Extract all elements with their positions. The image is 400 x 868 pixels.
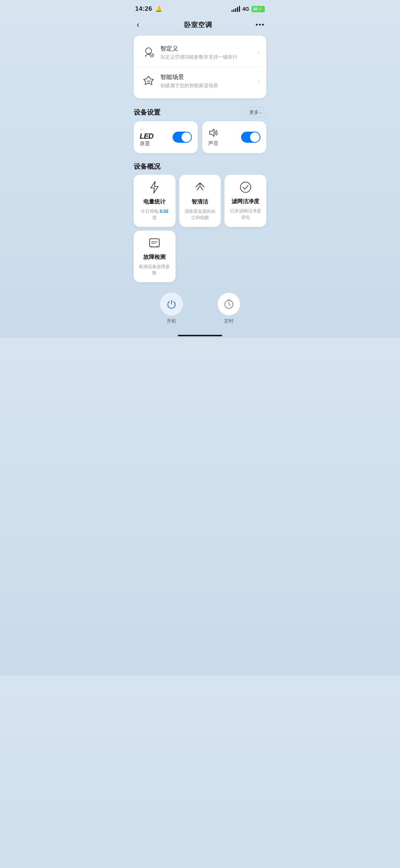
device-settings-more[interactable]: 更多 › (244, 107, 266, 118)
sound-card[interactable]: 声音 (202, 121, 266, 153)
electricity-card[interactable]: 电量统计 今日用电 0.02 度 (134, 175, 176, 227)
timer-icon-bg (217, 293, 240, 316)
fault-card[interactable]: 故障检测 检测设备故障参数 (134, 231, 176, 282)
led-display-card[interactable]: ··· LED 屏显 (134, 121, 198, 153)
sound-label: 声音 (208, 140, 219, 147)
smart-define-desc: 自定义空调功能参数并支持一键执行 (160, 54, 258, 60)
power-nav-item[interactable]: 开机 (160, 293, 183, 324)
smart-define-icon (140, 44, 157, 61)
electricity-icon (149, 181, 160, 194)
smart-clean-title: 智清洁 (191, 198, 208, 205)
back-button[interactable]: ‹ (135, 19, 141, 31)
page-title: 卧室空调 (184, 20, 212, 29)
sound-icon (208, 128, 219, 138)
filter-card[interactable]: 滤网洁净度 记录滤网洁净度变化 (224, 175, 266, 227)
electricity-title: 电量统计 (143, 198, 166, 205)
smart-scene-text: 智能场景 创建属于您的智能家居场景 (160, 73, 258, 89)
fault-desc: 检测设备故障参数 (138, 264, 171, 276)
device-overview-title: 设备概况 (134, 162, 160, 171)
overview-grid-top: 电量统计 今日用电 0.02 度 智清洁 清除蒸发器的灰尘和细菌 滤网洁净度 记… (134, 175, 266, 227)
device-overview-header: 设备概况 (128, 159, 272, 175)
sound-toggle[interactable] (241, 132, 260, 143)
svg-point-3 (199, 184, 201, 185)
filter-title: 滤网洁净度 (231, 198, 259, 205)
filter-icon (239, 181, 252, 194)
smart-define-text: 智定义 自定义空调功能参数并支持一键执行 (160, 45, 258, 60)
smart-scene-item[interactable]: AI 智能场景 创建属于您的智能家居场景 › (134, 67, 266, 95)
home-indicator (128, 332, 272, 338)
status-bar: 14:26 🔔 4G 80⚡ (128, 0, 272, 16)
led-label-group: ··· LED 屏显 (140, 127, 153, 147)
fault-title: 故障检测 (143, 254, 166, 261)
svg-point-0 (146, 48, 151, 54)
svg-point-4 (240, 182, 251, 192)
bottom-nav: 开机 定时 (128, 288, 272, 332)
electricity-value: 今日用电 0.02 度 (138, 208, 171, 221)
smart-define-title: 智定义 (160, 45, 258, 53)
svg-text:AI: AI (147, 79, 150, 83)
header: ‹ 卧室空调 ••• (128, 16, 272, 36)
smart-define-arrow: › (258, 49, 260, 56)
home-bar (178, 335, 222, 336)
device-settings-row: ··· LED 屏显 声音 (134, 121, 266, 153)
bell-icon: 🔔 (155, 6, 162, 12)
timer-nav-item[interactable]: 定时 (217, 293, 240, 324)
power-icon (166, 298, 177, 310)
signal-icon (231, 6, 240, 12)
fault-icon (148, 237, 161, 249)
status-time: 14:26 (135, 5, 152, 13)
status-right: 4G 80⚡ (231, 6, 265, 12)
led-toggle[interactable] (173, 132, 192, 143)
device-settings-header: 设备设置 更多 › (128, 104, 272, 121)
svg-rect-5 (150, 239, 159, 247)
overview-grid-bottom: 故障检测 检测设备故障参数 (134, 231, 266, 282)
led-label: 屏显 (140, 141, 153, 147)
timer-label: 定时 (224, 318, 234, 324)
smart-scene-arrow: › (258, 78, 260, 85)
smart-scene-title: 智能场景 (160, 73, 258, 81)
smart-scene-desc: 创建属于您的智能家居场景 (160, 82, 258, 89)
timer-icon (223, 298, 234, 310)
more-button[interactable]: ••• (256, 21, 265, 29)
filter-desc: 记录滤网洁净度变化 (229, 208, 262, 221)
battery-badge: 80⚡ (251, 6, 265, 12)
smart-clean-desc: 清除蒸发器的灰尘和细菌 (184, 208, 217, 221)
smart-scene-icon: AI (140, 73, 157, 89)
power-icon-bg (160, 293, 183, 316)
device-settings-title: 设备设置 (134, 108, 160, 117)
sound-label-group: 声音 (208, 128, 219, 147)
network-label: 4G (242, 6, 249, 12)
smart-clean-card[interactable]: 智清洁 清除蒸发器的灰尘和细菌 (179, 175, 221, 227)
led-icon-text: LED (140, 132, 153, 140)
power-label: 开机 (167, 318, 176, 324)
smart-features-card: 智定义 自定义空调功能参数并支持一键执行 › AI 智能场景 创建属于您的智能家… (134, 36, 266, 98)
smart-clean-icon (193, 181, 207, 194)
smart-define-item[interactable]: 智定义 自定义空调功能参数并支持一键执行 › (134, 39, 266, 67)
svg-point-1 (150, 53, 154, 57)
